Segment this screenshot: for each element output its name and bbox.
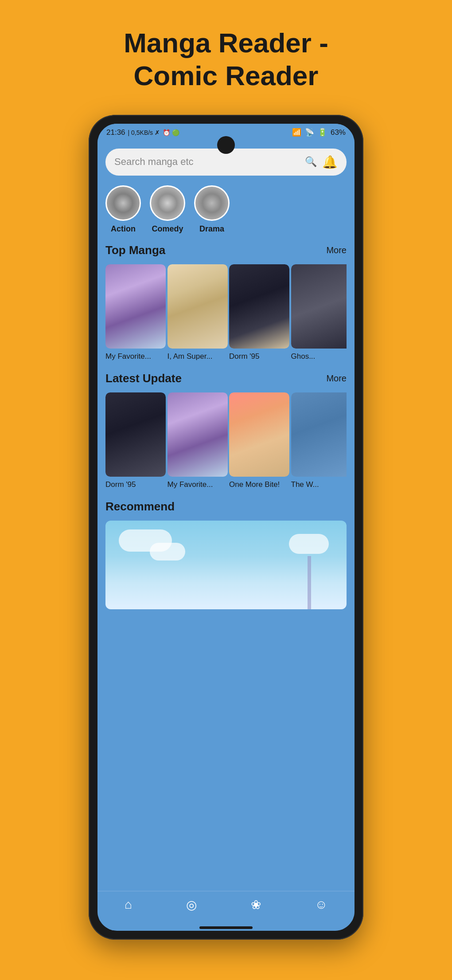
genre-row: Action Comedy Drama [105,185,347,234]
bottom-nav: ⌂ ◎ ❀ ☺ [97,891,355,921]
status-time: 21:36 [106,128,125,137]
signal-icon: 📶 [292,128,301,137]
genre-comedy-label: Comedy [152,224,183,234]
phone-frame: 21:36 | 0,5KB/s ✗ ⏰ 🟢 📶 📡 🔋 63% Search m… [89,115,363,940]
manga-card-latest-4[interactable]: The W... [291,392,347,489]
home-icon: ⌂ [125,898,132,912]
search-icon[interactable]: 🔍 [305,156,317,168]
manga-cover-latest-3[interactable] [229,392,289,477]
manga-cover-bg-top-3 [229,264,289,349]
manga-card-top-3[interactable]: Dorm '95 [229,264,285,361]
tower-shape [308,556,311,609]
latest-update-header: Latest Update More [105,372,347,385]
latest-manga-row: Dorm '95 My Favorite... One More Bite! [105,392,347,489]
camera-notch [217,136,235,154]
top-manga-more[interactable]: More [326,245,347,255]
manga-cover-bg-latest-1 [105,392,166,477]
page-title: Manga Reader - Comic Reader [124,27,328,93]
genre-drama-label: Drama [199,224,224,234]
manga-title-latest-1: Dorm '95 [105,480,161,489]
status-icons: ⏰ 🟢 [163,129,179,136]
notification-bell-icon[interactable]: 🔔 [322,155,338,169]
manga-cover-bg-top-2 [168,264,228,349]
battery-icon: 🔋 [318,128,327,137]
status-network: | 0,5KB/s ✗ [128,129,160,136]
manga-title-top-2: I, Am Super... [168,352,223,361]
wifi-icon: 📡 [305,128,314,137]
recommend-background [105,521,347,609]
genre-comedy[interactable]: Comedy [150,185,185,234]
nav-profile[interactable]: ☺ [315,898,327,912]
cloud-2 [150,543,185,561]
genre-action[interactable]: Action [105,185,141,234]
genre-action-image [107,187,140,220]
recommend-title: Recommend [105,500,175,514]
recommend-header: Recommend [105,500,347,514]
favorites-icon: ❀ [251,898,261,912]
manga-cover-bg-latest-2 [168,392,228,477]
top-manga-header: Top Manga More [105,243,347,257]
manga-cover-top-2[interactable] [168,264,228,349]
status-left: 21:36 | 0,5KB/s ✗ ⏰ 🟢 [106,128,179,137]
manga-title-latest-3: One More Bite! [229,480,285,489]
nav-home[interactable]: ⌂ [125,898,132,912]
genre-comedy-image [151,187,184,220]
manga-title-top-4: Ghos... [291,352,347,361]
screen-content: Search manga etc 🔍 🔔 Action [97,141,355,891]
genre-action-label: Action [111,224,136,234]
search-placeholder[interactable]: Search manga etc [114,156,194,168]
manga-card-latest-3[interactable]: One More Bite! [229,392,285,489]
latest-update-title: Latest Update [105,372,182,385]
manga-card-top-4[interactable]: Ghos... [291,264,347,361]
status-right: 📶 📡 🔋 63% [292,128,346,137]
profile-icon: ☺ [315,898,327,912]
manga-cover-top-4[interactable] [291,264,347,349]
nav-favorites[interactable]: ❀ [251,898,261,912]
manga-cover-bg-top-4 [291,264,347,349]
genre-comedy-circle[interactable] [150,185,185,221]
top-manga-row: My Favorite... I, Am Super... Dorm '95 [105,264,347,361]
manga-cover-latest-4[interactable] [291,392,347,477]
manga-title-top-3: Dorm '95 [229,352,285,361]
manga-card-top-1[interactable]: My Favorite... [105,264,161,361]
manga-cover-top-3[interactable] [229,264,289,349]
cloud-3 [289,534,329,554]
manga-title-latest-4: The W... [291,480,347,489]
manga-cover-latest-2[interactable] [168,392,228,477]
manga-title-top-1: My Favorite... [105,352,161,361]
genre-drama-circle[interactable] [194,185,230,221]
battery-percent: 63% [331,128,346,137]
nav-explore[interactable]: ◎ [186,898,197,912]
recommend-section [105,521,347,609]
genre-drama[interactable]: Drama [194,185,230,234]
manga-title-latest-2: My Favorite... [168,480,223,489]
latest-update-more[interactable]: More [326,373,347,384]
explore-icon: ◎ [186,898,197,912]
search-icons: 🔍 🔔 [305,155,338,169]
manga-cover-top-1[interactable] [105,264,166,349]
phone-screen: 21:36 | 0,5KB/s ✗ ⏰ 🟢 📶 📡 🔋 63% Search m… [97,124,355,931]
manga-cover-latest-1[interactable] [105,392,166,477]
manga-cover-bg-latest-3 [229,392,289,477]
manga-card-top-2[interactable]: I, Am Super... [168,264,223,361]
top-manga-title: Top Manga [105,243,165,257]
manga-card-latest-1[interactable]: Dorm '95 [105,392,161,489]
manga-cover-bg-top-1 [105,264,166,349]
manga-cover-bg-latest-4 [291,392,347,477]
genre-drama-image [195,187,228,220]
genre-action-circle[interactable] [105,185,141,221]
manga-card-latest-2[interactable]: My Favorite... [168,392,223,489]
home-indicator [199,926,253,929]
